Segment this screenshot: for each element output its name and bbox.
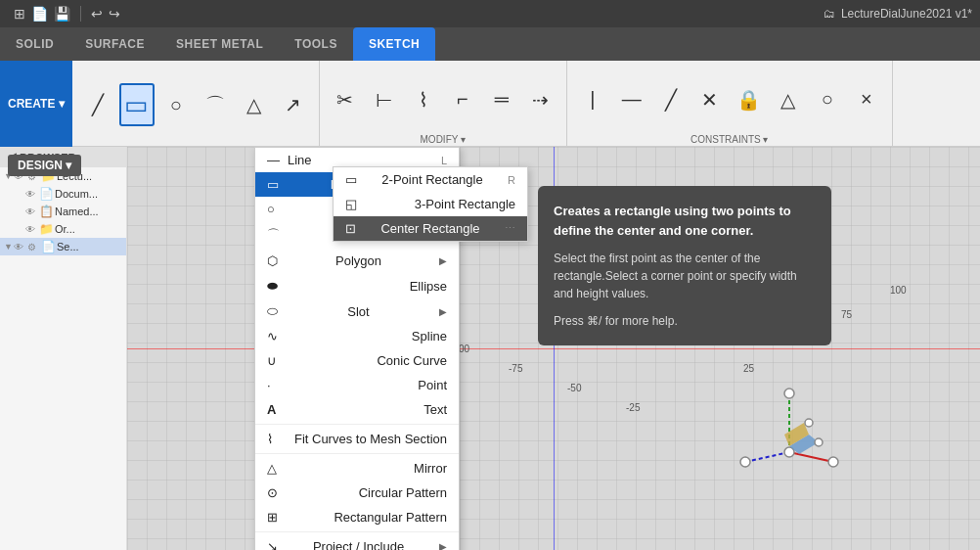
top-bar: ⊞ 📄 💾 ↩ ↪ 🗂 LectureDialJune2021 v1* bbox=[0, 0, 980, 27]
scissors-icon[interactable]: ✂ bbox=[328, 78, 363, 121]
tooltip-body: Select the first point as the center of … bbox=[554, 250, 816, 302]
viewport: -100 -75 -50 -25 25 50 75 100 bbox=[127, 147, 980, 550]
triangle2-icon[interactable]: △ bbox=[771, 78, 806, 121]
point-item-label: Point bbox=[418, 378, 447, 392]
3pt-icon: ◱ bbox=[345, 197, 357, 211]
menu-item-text[interactable]: A Text bbox=[255, 397, 459, 422]
menu-item-mirror[interactable]: △ Mirror bbox=[255, 456, 459, 481]
separator-1 bbox=[255, 424, 459, 425]
conic-item-label: Conic Curve bbox=[377, 353, 447, 368]
project-icon[interactable]: ⇢ bbox=[523, 78, 558, 121]
fit-item-label: Fit Curves to Mesh Section bbox=[294, 432, 447, 446]
project-arrow: ▶ bbox=[439, 541, 447, 550]
diagonal-icon[interactable]: ╱ bbox=[653, 78, 689, 121]
rect-pat-label: Rectangular Pattern bbox=[334, 510, 447, 525]
browser-item-4[interactable]: ▼ 👁 ⚙ 📄 Se... bbox=[0, 238, 126, 255]
lock-icon[interactable]: 🔒 bbox=[732, 78, 767, 121]
menu-item-polygon[interactable]: ⬡ Polygon ▶ bbox=[255, 249, 459, 273]
circular-item-label: Circular Pattern bbox=[359, 485, 447, 500]
arc-icon[interactable]: ⌒ bbox=[198, 83, 233, 126]
point-item-icon: · bbox=[267, 378, 271, 392]
app-title: LectureDialJune2021 v1* bbox=[841, 7, 972, 21]
arrow-icon[interactable]: ↗ bbox=[276, 83, 311, 126]
tooltip-title: Creates a rectangle using two points to … bbox=[554, 202, 816, 240]
grid-icon[interactable]: ⊞ bbox=[14, 6, 25, 22]
redo-icon[interactable]: ↪ bbox=[109, 6, 120, 22]
ribbon-line-tools: ╱ ▭ ○ ⌒ △ ↗ bbox=[72, 61, 320, 147]
ribbon: CREATE ▾ ╱ ▭ ○ ⌒ △ bbox=[0, 61, 980, 147]
constraints-label: CONSTRAINTS ▾ bbox=[690, 132, 768, 145]
menu-item-fit-curves[interactable]: ⌇ Fit Curves to Mesh Section bbox=[255, 427, 459, 451]
browser-item-2[interactable]: 👁 📋 Named... bbox=[0, 203, 126, 220]
save-icon[interactable]: 💾 bbox=[54, 6, 70, 22]
fit-item-icon: ⌇ bbox=[267, 432, 273, 446]
tab-sketch[interactable]: SKETCH bbox=[353, 27, 435, 61]
modify-label: MODIFY ▾ bbox=[421, 132, 466, 145]
browser-item-3[interactable]: 👁 📁 Or... bbox=[0, 220, 126, 238]
project-item-icon: ↘ bbox=[267, 539, 278, 550]
2pt-label: 2-Point Rectangle bbox=[381, 172, 482, 187]
fillet-icon[interactable]: ⌐ bbox=[445, 78, 480, 121]
circular-item-icon: ⊙ bbox=[267, 485, 278, 500]
tooltip-box: Creates a rectangle using two points to … bbox=[538, 186, 831, 345]
menu-item-project[interactable]: ↘ Project / Include ▶ bbox=[255, 534, 459, 550]
circle-icon[interactable]: ○ bbox=[158, 83, 194, 126]
horizontal-icon[interactable]: — bbox=[614, 78, 649, 121]
line-shortcut: L bbox=[441, 155, 447, 166]
line-icon[interactable]: ╱ bbox=[80, 83, 115, 126]
menu-item-ellipse[interactable]: ⬬ Ellipse bbox=[255, 273, 459, 298]
menu-item-point[interactable]: · Point bbox=[255, 373, 459, 397]
2pt-shortcut: R bbox=[508, 174, 515, 186]
center-icon: ⊡ bbox=[345, 221, 356, 236]
submenu-item-3point[interactable]: ◱ 3-Point Rectangle bbox=[334, 192, 527, 216]
3d-shape bbox=[726, 374, 863, 491]
text-item-icon: A bbox=[267, 402, 276, 417]
triangle-icon[interactable]: △ bbox=[237, 83, 272, 126]
submenu-item-2point[interactable]: ▭ 2-Point Rectangle R bbox=[334, 167, 527, 192]
submenu-item-center[interactable]: ⊡ Center Rectangle ⋯ bbox=[334, 216, 527, 241]
center-label: Center Rectangle bbox=[380, 221, 479, 236]
tab-solid[interactable]: SOLID bbox=[0, 27, 69, 61]
svg-point-14 bbox=[784, 389, 794, 398]
tab-tools[interactable]: TOOLS bbox=[279, 27, 353, 61]
mirror-item-label: Mirror bbox=[414, 461, 447, 476]
create-button-label: CREATE ▾ bbox=[8, 97, 65, 111]
tab-sheet-metal[interactable]: SHEET METAL bbox=[160, 27, 279, 61]
polygon-arrow: ▶ bbox=[439, 255, 447, 266]
project-item-label: Project / Include bbox=[313, 539, 404, 550]
slot-item-icon: ⬭ bbox=[267, 303, 278, 319]
break-icon[interactable]: ⌇ bbox=[406, 78, 441, 121]
svg-point-12 bbox=[828, 457, 838, 467]
menu-item-slot[interactable]: ⬭ Slot ▶ bbox=[255, 298, 459, 324]
svg-point-13 bbox=[740, 457, 750, 467]
svg-point-18 bbox=[805, 419, 813, 427]
more-icon: ⋯ bbox=[505, 222, 515, 235]
offset-icon[interactable]: ═ bbox=[484, 78, 519, 121]
design-button[interactable]: DESIGN ▾ bbox=[8, 155, 81, 176]
browser-item-1[interactable]: 👁 📄 Docum... bbox=[0, 185, 126, 203]
menu-item-spline[interactable]: ∿ Spline bbox=[255, 324, 459, 348]
x-icon[interactable]: × bbox=[849, 78, 884, 121]
rect-icon[interactable]: ▭ bbox=[119, 83, 155, 126]
cross-icon[interactable]: ✕ bbox=[692, 78, 728, 121]
3pt-label: 3-Point Rectangle bbox=[415, 197, 515, 211]
sidebar: ◀ BROWSER ▼ 👁 ⚙ 📁 Lectu... 👁 📄 Docum... … bbox=[0, 147, 127, 550]
separator-3 bbox=[255, 531, 459, 532]
tab-surface[interactable]: SURFACE bbox=[69, 27, 160, 61]
undo-icon[interactable]: ↩ bbox=[91, 6, 103, 22]
menu-item-circular[interactable]: ⊙ Circular Pattern bbox=[255, 481, 459, 505]
line-item-icon: — bbox=[267, 153, 280, 167]
extend-icon[interactable]: ⊢ bbox=[367, 78, 402, 121]
circle2-icon[interactable]: ○ bbox=[810, 78, 845, 121]
vertical-icon[interactable]: | bbox=[575, 78, 610, 121]
spline-item-label: Spline bbox=[412, 329, 447, 344]
svg-point-17 bbox=[815, 438, 823, 446]
menu-item-conic[interactable]: ∪ Conic Curve bbox=[255, 348, 459, 373]
menu-item-rectangular[interactable]: ⊞ Rectangular Pattern bbox=[255, 505, 459, 529]
tooltip-footer: Press ⌘/ for more help. bbox=[554, 312, 816, 330]
file-icon[interactable]: 📄 bbox=[31, 6, 48, 22]
browser-label-3: Or... bbox=[55, 223, 75, 235]
mirror-item-icon: △ bbox=[267, 461, 277, 476]
create-area[interactable]: CREATE ▾ bbox=[0, 61, 72, 147]
rect-item-icon: ▭ bbox=[267, 177, 279, 192]
